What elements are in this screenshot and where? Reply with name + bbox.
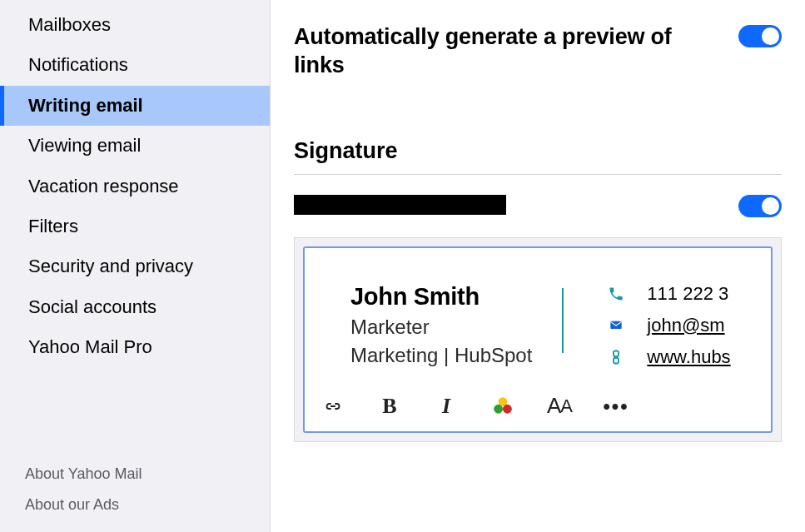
toggle-knob [762, 27, 779, 45]
link-icon [607, 348, 625, 366]
signature-role: Marketer [350, 316, 532, 339]
signature-toolbar: B I AA ••• [305, 383, 771, 431]
toggle-link-preview[interactable] [738, 25, 782, 47]
sidebar-item-viewing-email[interactable]: Viewing email [0, 126, 270, 166]
signature-email[interactable]: john@sm [647, 315, 724, 336]
phone-icon [607, 285, 625, 303]
signature-content[interactable]: John Smith Marketer Marketing | HubSpot … [305, 248, 771, 383]
toolbar-font-button[interactable]: AA [546, 393, 573, 420]
signature-website-row: www.hubs [607, 346, 751, 368]
sidebar-item-vacation-response[interactable]: Vacation response [0, 167, 270, 206]
sidebar-footer: About Yahoo Mail About our Ads [0, 459, 270, 532]
sidebar-item-mailboxes[interactable]: Mailboxes [0, 5, 270, 45]
setting-link-preview-label: Automatically generate a preview of link… [294, 23, 722, 80]
signature-editor-container: John Smith Marketer Marketing | HubSpot … [294, 237, 782, 442]
settings-sidebar: Mailboxes Notifications Writing email Vi… [0, 0, 271, 532]
toolbar-link-button[interactable] [320, 393, 346, 420]
footer-about-our-ads[interactable]: About our Ads [25, 490, 270, 520]
signature-org: Marketing | HubSpot [350, 344, 532, 367]
svg-rect-1 [614, 351, 619, 356]
svg-point-5 [503, 404, 512, 413]
account-email-redacted [294, 195, 506, 215]
svg-rect-2 [614, 357, 619, 363]
toolbar-italic-button[interactable]: I [433, 393, 460, 420]
mail-icon [607, 316, 625, 335]
sidebar-item-security-privacy[interactable]: Security and privacy [0, 246, 270, 286]
signature-account-row [294, 193, 782, 217]
signature-name: John Smith [350, 283, 532, 311]
sidebar-item-notifications[interactable]: Notifications [0, 45, 270, 85]
toggle-signature[interactable] [738, 195, 782, 217]
setting-link-preview: Automatically generate a preview of link… [294, 23, 782, 80]
svg-rect-0 [611, 321, 622, 328]
svg-point-4 [494, 404, 503, 413]
settings-nav: Mailboxes Notifications Writing email Vi… [0, 5, 270, 459]
signature-email-row: john@sm [607, 315, 751, 336]
signature-website[interactable]: www.hubs [647, 346, 730, 368]
sidebar-item-writing-email[interactable]: Writing email [0, 86, 270, 126]
sidebar-item-yahoo-mail-pro[interactable]: Yahoo Mail Pro [0, 327, 270, 367]
settings-main: Automatically generate a preview of link… [271, 0, 805, 532]
sidebar-item-filters[interactable]: Filters [0, 206, 270, 246]
signature-phone: 111 222 3 [647, 283, 728, 305]
toolbar-bold-button[interactable]: B [376, 393, 403, 420]
signature-editor[interactable]: John Smith Marketer Marketing | HubSpot … [303, 246, 773, 433]
section-signature-heading: Signature [294, 138, 782, 175]
toggle-knob [762, 197, 779, 215]
toolbar-more-button[interactable]: ••• [603, 393, 629, 420]
toolbar-color-button[interactable] [489, 393, 516, 420]
signature-contacts: 111 222 3 john@sm www.hubs [564, 283, 751, 368]
signature-identity: John Smith Marketer Marketing | HubSpot [350, 283, 562, 368]
sidebar-item-social-accounts[interactable]: Social accounts [0, 287, 270, 327]
signature-phone-row: 111 222 3 [607, 283, 751, 305]
footer-about-yahoo-mail[interactable]: About Yahoo Mail [25, 459, 270, 490]
